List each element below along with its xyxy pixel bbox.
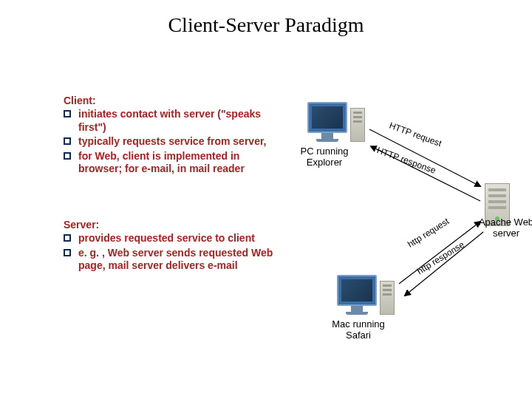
tower-icon (350, 108, 365, 142)
list-item: e. g. , Web server sends requested Web p… (64, 247, 285, 273)
bullet-text: initiates contact with server ("speaks f… (78, 108, 285, 134)
bullet-icon (64, 137, 71, 145)
base-icon (346, 312, 368, 315)
server-bullets: provides requested service to client e. … (64, 232, 285, 273)
bullet-icon (64, 234, 71, 242)
list-item: typically requests service from server, (64, 135, 285, 149)
stand-icon (351, 306, 363, 312)
monitor-icon (337, 275, 377, 306)
client-section: Client: initiates contact with server ("… (64, 95, 285, 177)
http-request-label-2: http request (406, 216, 451, 249)
list-item: for Web, client is implemented in browse… (64, 150, 285, 176)
bullet-text: typically requests service from server, (78, 135, 266, 149)
server-heading: Server: (64, 219, 285, 231)
client-bullets: initiates contact with server ("speaks f… (64, 108, 285, 176)
bullet-text: provides requested service to client (78, 232, 255, 245)
bullet-text: e. g. , Web server sends requested Web p… (78, 247, 285, 273)
base-icon (316, 139, 338, 142)
http-response-label-2: http response (415, 239, 466, 276)
list-item: provides requested service to client (64, 232, 285, 245)
stand-icon (321, 133, 333, 139)
list-item: initiates contact with server ("speaks f… (64, 108, 285, 134)
http-request-label-1: HTTP request (388, 120, 443, 149)
pc-computer-icon (307, 102, 347, 142)
bullet-icon (64, 152, 71, 160)
client-heading: Client: (64, 95, 285, 106)
pc-label: PC running Explorer (295, 146, 354, 168)
tower-icon (380, 281, 395, 315)
bullet-icon (64, 110, 71, 117)
page-title: Client-Server Paradigm (0, 13, 532, 37)
bullet-icon (64, 249, 71, 256)
server-label: Apache Web server (473, 217, 532, 239)
server-section: Server: provides requested service to cl… (64, 219, 285, 274)
slide: Client-Server Paradigm Client: initiates… (0, 0, 532, 399)
mac-label: Mac running Safari (325, 319, 392, 341)
mac-computer-icon (337, 275, 377, 315)
http-response-label-1: HTTP response (375, 145, 437, 176)
arrows-svg (0, 0, 532, 399)
bullet-text: for Web, client is implemented in browse… (78, 150, 285, 176)
monitor-icon (307, 102, 347, 133)
